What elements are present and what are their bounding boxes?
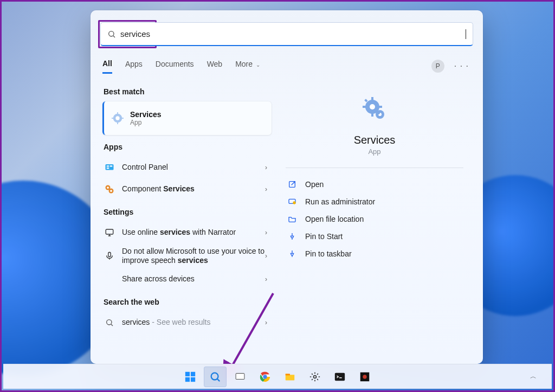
svg-rect-46 — [335, 372, 345, 381]
search-icon — [104, 318, 115, 327]
taskbar: ︿ — [3, 364, 552, 389]
svg-rect-35 — [191, 371, 195, 376]
svg-rect-36 — [185, 377, 190, 381]
action-run-as-admin[interactable]: Run as administrator — [281, 193, 468, 210]
action-pin-to-taskbar[interactable]: Pin to taskbar — [281, 245, 468, 262]
section-web: Search the web — [104, 298, 272, 306]
results-column: Best match Services App Apps — [91, 80, 272, 364]
result-web-search[interactable]: services - See web results › — [102, 312, 272, 333]
taskbar-terminal[interactable] — [328, 367, 351, 387]
result-narrator-services[interactable]: Use online services with Narrator › — [102, 222, 272, 243]
result-label: Control Panel — [122, 163, 265, 172]
svg-point-18 — [107, 320, 112, 325]
task-view-button[interactable] — [229, 367, 251, 387]
svg-line-1 — [113, 36, 115, 37]
svg-rect-27 — [379, 106, 382, 108]
component-services-icon — [104, 184, 115, 194]
search-field[interactable] — [100, 22, 473, 46]
taskbar-chrome[interactable] — [254, 367, 276, 387]
result-speech-privacy[interactable]: Do not allow Microsoft to use your voice… — [102, 243, 272, 268]
section-apps: Apps — [104, 143, 272, 151]
svg-point-43 — [263, 375, 267, 378]
tab-all[interactable]: All — [102, 59, 112, 74]
tab-more-label: More — [235, 60, 253, 68]
search-input[interactable] — [116, 29, 469, 38]
action-pin-to-start[interactable]: Pin to Start — [281, 228, 468, 245]
monitor-icon — [104, 228, 115, 237]
more-options-button[interactable]: · · · — [452, 60, 471, 72]
svg-rect-11 — [107, 168, 109, 169]
svg-point-3 — [115, 116, 119, 120]
chevron-right-icon: › — [265, 185, 267, 193]
detail-app-icon — [281, 96, 468, 122]
result-label: services - See web results — [122, 318, 265, 327]
result-label: Do not allow Microsoft to use your voice… — [122, 245, 265, 268]
svg-rect-7 — [121, 118, 124, 119]
tray-chevron-up-icon[interactable]: ︿ — [530, 372, 537, 381]
svg-rect-16 — [106, 229, 113, 234]
svg-rect-37 — [191, 377, 195, 381]
open-icon — [287, 180, 298, 189]
chevron-right-icon: › — [265, 275, 267, 283]
svg-rect-10 — [110, 165, 113, 166]
best-match-result[interactable]: Services App — [102, 101, 272, 135]
svg-rect-28 — [364, 99, 367, 102]
action-label: Open file location — [305, 215, 364, 223]
svg-point-14 — [107, 187, 109, 189]
pin-icon — [287, 249, 298, 258]
best-match-title: Services — [130, 110, 162, 119]
svg-point-48 — [363, 375, 366, 378]
svg-rect-41 — [236, 374, 244, 379]
svg-rect-8 — [106, 164, 114, 170]
action-label: Open — [305, 180, 324, 189]
svg-rect-25 — [371, 113, 373, 117]
svg-rect-24 — [371, 97, 373, 100]
services-gear-icon — [112, 112, 124, 124]
pin-icon — [287, 232, 298, 241]
text-caret — [466, 29, 466, 39]
taskbar-app[interactable] — [353, 367, 376, 387]
action-open[interactable]: Open — [281, 176, 468, 193]
result-component-services[interactable]: Component Services › — [102, 178, 272, 200]
action-open-file-location[interactable]: Open file location — [281, 210, 468, 228]
best-match-subtitle: App — [130, 119, 162, 126]
profile-avatar[interactable]: P — [431, 60, 444, 73]
tab-documents[interactable]: Documents — [156, 60, 194, 73]
svg-point-32 — [293, 201, 295, 204]
chevron-right-icon: › — [265, 319, 267, 326]
folder-icon — [287, 215, 298, 223]
chevron-right-icon: › — [265, 252, 267, 260]
svg-rect-5 — [117, 122, 118, 124]
svg-point-45 — [314, 375, 317, 378]
chevron-right-icon: › — [265, 229, 267, 236]
detail-title: Services — [281, 134, 468, 146]
svg-rect-9 — [107, 165, 109, 166]
windows-search-panel: All Apps Documents Web More ⌄ P · · · Be… — [91, 10, 483, 364]
taskbar-search-button[interactable] — [204, 367, 227, 387]
result-label: Component Services — [122, 184, 265, 194]
tab-web[interactable]: Web — [207, 60, 223, 73]
search-icon — [107, 30, 116, 38]
svg-line-19 — [111, 324, 113, 326]
svg-rect-17 — [108, 252, 111, 256]
taskbar-settings[interactable] — [304, 367, 326, 387]
detail-subtitle: App — [281, 147, 468, 156]
taskbar-file-explorer[interactable] — [279, 367, 301, 387]
search-tabs: All Apps Documents Web More ⌄ P · · · — [102, 57, 471, 75]
action-label: Pin to taskbar — [305, 249, 352, 258]
svg-rect-26 — [363, 106, 366, 108]
svg-rect-44 — [286, 374, 290, 375]
svg-rect-4 — [117, 112, 118, 114]
result-label: Use online services with Narrator — [122, 228, 265, 237]
svg-point-0 — [109, 31, 114, 36]
result-control-panel[interactable]: Control Panel › — [102, 157, 272, 178]
action-label: Pin to Start — [305, 232, 343, 241]
microphone-icon — [104, 251, 115, 261]
result-share-devices[interactable]: Share across devices › — [102, 268, 272, 290]
tab-apps[interactable]: Apps — [125, 60, 143, 73]
svg-rect-6 — [112, 118, 114, 119]
tab-more[interactable]: More ⌄ — [235, 60, 260, 73]
start-button[interactable] — [179, 367, 202, 387]
svg-line-39 — [217, 379, 220, 381]
shield-icon — [287, 197, 298, 206]
